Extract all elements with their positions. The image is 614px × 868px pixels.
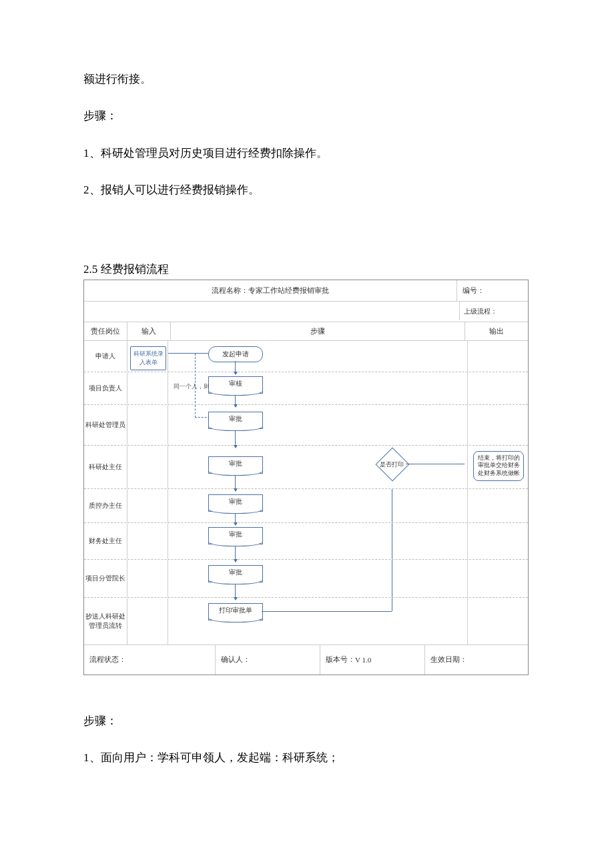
- lane-role: 科研处主任: [84, 446, 127, 488]
- lane-output: [468, 341, 528, 372]
- flowchart-number-cell: 编号：: [457, 280, 528, 301]
- footer-confirm: 确认人：: [215, 645, 320, 675]
- steps-heading-2: 步骤：: [83, 709, 531, 733]
- lane-steps: 审批: [168, 560, 468, 597]
- flowchart-lanes: 申请人 科研系统录入表单 发起申请 项目负责人 同一个人，则跳过 审核: [84, 341, 528, 645]
- lane-finance-director: 财务处主任 审批: [84, 523, 528, 560]
- step-approve: 审批: [208, 565, 263, 582]
- col-header-input: 输入: [127, 322, 171, 340]
- connector: [262, 611, 392, 612]
- lane-project-lead: 项目负责人 同一个人，则跳过 审核: [84, 372, 528, 405]
- lane-input: [127, 560, 168, 597]
- vertical-connector: [392, 489, 392, 522]
- lane-vp: 项目分管院长 审批: [84, 560, 528, 598]
- flowchart-title: 专家工作站经费报销审批: [248, 286, 329, 294]
- lane-steps: 审批 是否打印: [168, 446, 468, 488]
- lane-steps: 同一个人，则跳过 审核: [168, 372, 468, 404]
- flowchart-footer: 流程状态： 确认人： 版本号：V 1.0 生效日期：: [84, 645, 528, 675]
- paragraph-continuation: 额进行衔接。: [83, 67, 531, 91]
- output-box: 结束，将打印的审批单交给财务处财务系统做帐: [473, 451, 524, 481]
- flowchart-header: 流程名称：专家工作站经费报销审批 编号：: [84, 280, 528, 302]
- lane-input: [127, 446, 168, 488]
- lane-cc-admin: 抄送人科研处管理员流转 打印审批单: [84, 598, 528, 645]
- post-step-1: 1、面向用户：学科可申领人，发起端：科研系统；: [83, 745, 531, 770]
- flowchart-header-row2: 上级流程：: [84, 302, 528, 322]
- vertical-connector: [392, 523, 392, 559]
- step-review: 审核: [208, 376, 263, 394]
- step-approve: 审批: [208, 527, 263, 544]
- step-item-1: 1、科研处管理员对历史项目进行经费扣除操作。: [83, 141, 531, 165]
- col-header-steps: 步骤: [171, 322, 465, 340]
- version-label: 版本号：: [326, 655, 355, 665]
- input-box: 科研系统录入表单: [130, 346, 166, 370]
- step-print: 打印审批单: [208, 603, 263, 620]
- lane-qc-director: 质控办主任 审批: [84, 489, 528, 523]
- lane-input: 科研系统录入表单: [127, 341, 168, 372]
- lane-role: 抄送人科研处管理员流转: [84, 598, 127, 644]
- footer-version: 版本号：V 1.0: [320, 645, 424, 675]
- document-page: 额进行衔接。 步骤： 1、科研处管理员对历史项目进行经费扣除操作。 2、报销人可…: [0, 0, 614, 835]
- lane-steps: 打印审批单: [168, 598, 468, 644]
- connector: [168, 353, 208, 354]
- step-approve: 审批: [208, 412, 263, 429]
- vertical-connector: [392, 598, 392, 611]
- decision-diamond: 是否打印: [375, 454, 408, 474]
- flowchart-title-cell: 流程名称：专家工作站经费报销审批: [84, 280, 457, 301]
- lane-input: [127, 489, 168, 522]
- version-value: V 1.0: [355, 656, 371, 664]
- lane-input: [127, 598, 168, 644]
- dashed-connector: [195, 354, 196, 403]
- decision-label: 是否打印: [375, 460, 408, 469]
- lane-role: 科研处管理员: [84, 405, 127, 445]
- col-header-output: 输出: [465, 322, 528, 340]
- lane-output: 结束，将打印的审批单交给财务处财务系统做帐: [468, 446, 528, 488]
- lane-role: 财务处主任: [84, 523, 127, 559]
- step-approve: 审批: [208, 456, 263, 474]
- connector: [406, 464, 465, 464]
- lane-steps: 审批: [168, 523, 468, 559]
- lane-input: [127, 405, 168, 445]
- lane-role: 质控办主任: [84, 489, 127, 522]
- lane-role: 申请人: [84, 341, 127, 372]
- lane-input: [127, 523, 168, 559]
- section-title: 2.5 经费报销流程: [83, 262, 531, 277]
- lane-role: 项目分管院长: [84, 560, 127, 597]
- lane-output: [468, 489, 528, 522]
- lane-steps: 审批: [168, 489, 468, 522]
- step-item-2: 2、报销人可以进行经费报销操作。: [83, 177, 531, 202]
- steps-heading: 步骤：: [83, 103, 531, 128]
- lane-input: [127, 372, 168, 404]
- flowchart-title-prefix: 流程名称：: [212, 286, 248, 294]
- lane-output: [468, 372, 528, 404]
- footer-status: 流程状态：: [84, 655, 215, 665]
- lane-output: [468, 523, 528, 559]
- lane-output: [468, 598, 528, 644]
- lane-output: [468, 405, 528, 445]
- flowchart-empty-cell: [84, 302, 460, 320]
- step-approve: 审批: [208, 494, 263, 512]
- footer-date: 生效日期：: [424, 645, 528, 675]
- step-start: 发起申请: [208, 346, 263, 362]
- lane-role: 项目负责人: [84, 372, 127, 404]
- lane-output: [468, 560, 528, 597]
- flowchart-container: 流程名称：专家工作站经费报销审批 编号： 上级流程： 责任岗位 输入 步骤 输出…: [83, 280, 529, 675]
- lane-steps: 发起申请: [168, 341, 468, 372]
- flowchart-parent-cell: 上级流程：: [460, 302, 528, 322]
- vertical-connector: [392, 560, 392, 597]
- lane-research-director: 科研处主任 审批 是否打印 结束，将打印的审批单交给财务处财务系统做帐: [84, 446, 528, 489]
- lane-research-admin: 科研处管理员 审批: [84, 405, 528, 446]
- lane-applicant: 申请人 科研系统录入表单 发起申请: [84, 341, 528, 372]
- lane-steps: 审批: [168, 405, 468, 445]
- col-header-role: 责任岗位: [84, 322, 127, 340]
- flowchart-column-headers: 责任岗位 输入 步骤 输出: [84, 322, 528, 341]
